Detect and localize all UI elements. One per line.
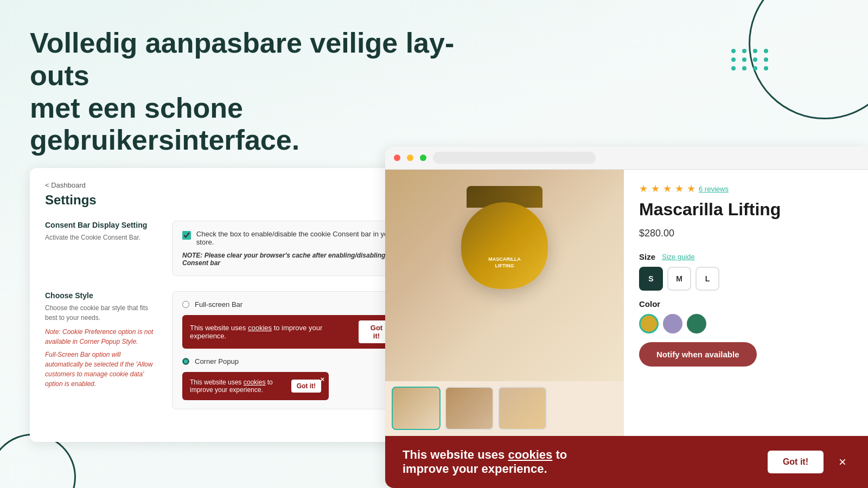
- corner-preview-bar: This website uses cookies to improve you…: [182, 372, 329, 400]
- corner-bar-text: This website uses cookies to improve you…: [190, 378, 287, 394]
- star-4: ★: [675, 183, 684, 195]
- choose-style-note1: Note: Cookie Preference option is not av…: [45, 328, 153, 345]
- choose-style-content: Full-screen Bar This website uses cookie…: [172, 291, 422, 409]
- star-2: ★: [651, 183, 660, 195]
- browser-maximize-dot: [420, 155, 426, 161]
- add-to-cart-button[interactable]: Notify when available: [639, 342, 757, 367]
- fullscreen-radio-row: Full-screen Bar: [182, 300, 411, 309]
- choose-style-section: Choose Style Choose the cookie bar style…: [45, 291, 422, 409]
- consent-bar-heading: Consent Bar Display Setting: [45, 221, 159, 229]
- consent-bar-content: Check the box to enable/disable the cook…: [172, 221, 422, 276]
- corner-cookies-link[interactable]: cookies: [244, 378, 266, 386]
- corner-close-button[interactable]: ×: [320, 375, 324, 383]
- consent-bar-description: Activate the Cookie Consent Bar.: [45, 233, 159, 242]
- choose-style-heading: Choose Style: [45, 291, 159, 300]
- product-name: Mascarilla Lifting: [639, 200, 853, 219]
- cookie-banner-text: This website uses cookies to improve you…: [403, 448, 757, 476]
- browser-minimize-dot: [407, 155, 413, 161]
- breadcrumb[interactable]: < Dashboard: [45, 181, 422, 189]
- fullscreen-radio[interactable]: [182, 301, 189, 308]
- hero-heading-line2: met een schone gebruikersinterface.: [30, 92, 299, 156]
- corner-got-it-button[interactable]: Got it!: [291, 380, 321, 393]
- settings-title: Settings: [45, 192, 422, 208]
- cookie-text-part2: to: [552, 448, 567, 461]
- consent-checkbox-label[interactable]: Check the box to enable/disable the cook…: [196, 230, 411, 246]
- browser-close-dot: [394, 155, 400, 161]
- consent-bar-section: Consent Bar Display Setting Activate the…: [45, 221, 422, 276]
- fullscreen-label[interactable]: Full-screen Bar: [195, 300, 242, 309]
- thumbnail-2[interactable]: [445, 387, 494, 430]
- jar-body: MASCARILLALIFTING: [461, 202, 548, 289]
- star-3: ★: [663, 183, 672, 195]
- product-panel: MASCARILLALIFTING ★ ★ ★ ★ ★ 6 reviews Ma…: [385, 146, 868, 488]
- size-section: Size Size guide S M L: [639, 252, 853, 291]
- product-price: $280.00: [639, 228, 853, 239]
- choose-style-description: Choose the cookie bar style that fits be…: [45, 303, 159, 323]
- choose-style-label: Choose Style Choose the cookie bar style…: [45, 291, 159, 409]
- size-button-s[interactable]: S: [639, 267, 663, 291]
- consent-checkbox[interactable]: [182, 231, 191, 240]
- color-label: Color: [639, 299, 853, 309]
- dashboard-link[interactable]: < Dashboard: [45, 181, 86, 189]
- size-label: Size: [639, 252, 655, 261]
- dot-grid-decoration: [731, 49, 770, 70]
- corner-label[interactable]: Corner Popup: [195, 357, 239, 365]
- cookie-banner-overlay: This website uses cookies to improve you…: [385, 436, 868, 488]
- choose-style-note2: Full-Screen Bar option will automaticall…: [45, 351, 152, 388]
- cookie-got-it-button[interactable]: Got it!: [768, 451, 824, 473]
- cookie-close-button[interactable]: ×: [834, 452, 851, 472]
- fullscreen-preview-bar: This website uses cookies to improve you…: [182, 315, 411, 349]
- browser-bar: [385, 146, 868, 170]
- color-button-green[interactable]: [687, 314, 706, 333]
- color-button-gold[interactable]: [639, 314, 659, 333]
- add-to-cart-area: Notify when available: [639, 342, 853, 367]
- fullscreen-cookies-link[interactable]: cookies: [248, 324, 272, 332]
- consent-checkbox-row: Check the box to enable/disable the cook…: [182, 230, 411, 246]
- star-5: ★: [687, 183, 695, 195]
- hero-heading: Volledig aanpasbare veilige lay-outs met…: [30, 27, 475, 157]
- size-button-l[interactable]: L: [695, 267, 719, 291]
- size-buttons: S M L: [639, 267, 853, 291]
- size-guide-link[interactable]: Size guide: [662, 253, 695, 261]
- corner-radio[interactable]: [182, 358, 189, 365]
- size-button-m[interactable]: M: [667, 267, 691, 291]
- jar-label-text: MASCARILLALIFTING: [483, 256, 526, 269]
- product-thumbnails: [385, 381, 624, 435]
- corner-radio-row: Corner Popup: [182, 357, 411, 365]
- thumbnail-1[interactable]: [392, 387, 441, 430]
- color-section: Color: [639, 299, 853, 333]
- size-row-header: Size Size guide: [639, 252, 853, 261]
- consent-note: NOTE: Please clear your browser's cache …: [182, 252, 411, 267]
- color-button-purple[interactable]: [663, 314, 682, 333]
- browser-url-bar: [433, 152, 596, 164]
- color-buttons: [639, 314, 853, 333]
- cookie-text-part1: This website uses: [403, 448, 508, 461]
- cookie-text-line2: improve your experience.: [403, 462, 547, 476]
- star-1: ★: [639, 183, 648, 195]
- product-main-image: MASCARILLALIFTING: [385, 170, 624, 381]
- hero-heading-line1: Volledig aanpasbare veilige lay-outs: [30, 27, 454, 91]
- review-link[interactable]: 6 reviews: [699, 185, 729, 193]
- star-rating-row: ★ ★ ★ ★ ★ 6 reviews: [639, 183, 853, 195]
- consent-bar-label: Consent Bar Display Setting Activate the…: [45, 221, 159, 276]
- fullscreen-bar-text: This website uses cookies to improve you…: [190, 324, 359, 340]
- settings-panel: < Dashboard Settings Consent Bar Display…: [30, 168, 437, 442]
- thumbnail-3[interactable]: [498, 387, 547, 430]
- cookie-cookies-link[interactable]: cookies: [508, 448, 552, 461]
